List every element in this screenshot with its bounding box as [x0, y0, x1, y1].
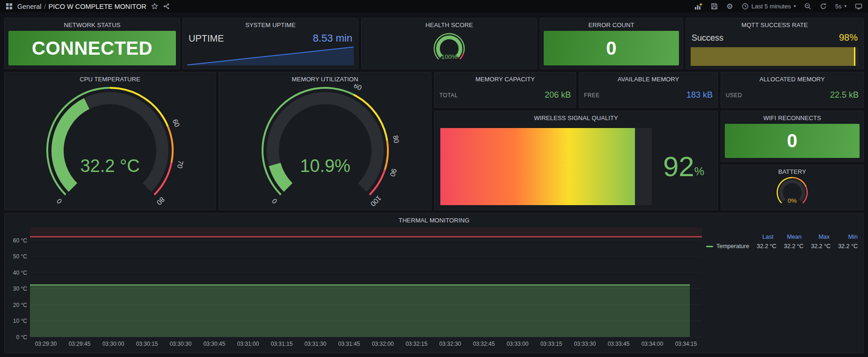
network-status-box: CONNECTED — [8, 31, 176, 65]
available-memory-value: 183 kB — [686, 90, 713, 100]
panel-title[interactable]: AVAILABLE MEMORY — [579, 72, 717, 83]
wireless-bar-fill — [440, 128, 635, 205]
panel-title[interactable]: NETWORK STATUS — [5, 18, 180, 29]
legend-value-mean: 32.2 °C — [776, 243, 803, 250]
panel-mqtt-success-rate: MQTT SUCCESS RATE Success 98% — [686, 18, 864, 69]
thermal-x-axis: 03:29:3003:29:4503:30:0003:30:1503:30:30… — [30, 341, 702, 350]
uptime-sparkline — [187, 45, 354, 66]
panel-network-status: NETWORK STATUS CONNECTED — [4, 18, 180, 69]
panel-thermal-monitoring: THERMAL MONITORING 0 °C10 °C20 °C30 °C40… — [4, 213, 864, 353]
battery-gauge: 0% — [721, 176, 863, 210]
legend-value-min: 32.2 °C — [831, 243, 858, 250]
panel-title[interactable]: MEMORY UTILIZATION — [219, 72, 431, 83]
svg-text:10.9%: 10.9% — [300, 156, 350, 176]
panel-wifi-reconnects: WIFI RECONNECTS 0 — [721, 111, 864, 162]
grafana-dashboard: General / PICO W COMPLETE MONITOR — [0, 0, 868, 357]
panel-title[interactable]: CPU TEMPERATURE — [5, 72, 215, 83]
zoom-out-icon[interactable] — [804, 3, 811, 10]
dashboard-settings-icon[interactable]: ⚙ — [726, 3, 733, 10]
panel-cpu-temperature: CPU TEMPERATURE 04060708032.2 °C — [4, 72, 216, 210]
share-icon[interactable] — [163, 3, 170, 10]
legend-series-toggle[interactable]: Temperature — [706, 243, 749, 250]
memory-utilization-gauge: 060809010010.9% — [219, 84, 431, 210]
legend-header: Last Mean Max Min — [706, 232, 858, 242]
thermal-plot — [30, 228, 702, 340]
legend-value-max: 32.2 °C — [803, 243, 831, 250]
svg-text:90: 90 — [388, 168, 398, 178]
refresh-icon[interactable] — [820, 3, 827, 10]
clock-icon — [742, 3, 749, 10]
add-panel-icon[interactable] — [694, 3, 702, 10]
svg-text:100%: 100% — [441, 53, 458, 60]
panel-wireless-signal-quality: WIRELESS SIGNAL QUALITY 92 % — [434, 111, 718, 210]
navbar: General / PICO W COMPLETE MONITOR — [0, 0, 868, 13]
dashboard-title: PICO W COMPLETE MONITOR — [49, 3, 146, 10]
legend-header-last[interactable]: Last — [745, 234, 773, 240]
gear-icon: ⚙ — [726, 3, 733, 10]
health-score-gauge: 100% — [362, 29, 537, 69]
breadcrumb-folder[interactable]: General — [17, 3, 42, 10]
legend-series-name: Temperature — [716, 243, 749, 250]
breadcrumb-separator: / — [44, 3, 46, 10]
save-dashboard-icon[interactable] — [711, 3, 718, 10]
svg-text:0: 0 — [55, 197, 63, 206]
chevron-down-icon: ▾ — [794, 4, 796, 8]
uptime-value: 8.53 min — [313, 32, 352, 44]
panel-title[interactable]: ERROR COUNT — [540, 18, 683, 29]
kiosk-mode-icon[interactable] — [855, 3, 862, 10]
panel-memory-utilization: MEMORY UTILIZATION 060809010010.9% — [219, 72, 431, 210]
legend-header-mean[interactable]: Mean — [773, 234, 802, 240]
panel-error-count: ERROR COUNT 0 — [540, 18, 683, 69]
mqtt-bar-track — [691, 47, 859, 66]
wifi-reconnects-value: 0 — [787, 130, 798, 151]
star-icon[interactable] — [151, 3, 158, 10]
svg-text:80: 80 — [155, 196, 167, 207]
panel-title[interactable]: HEALTH SCORE — [362, 18, 537, 29]
panel-system-uptime: SYSTEM UPTIME UPTIME 8.53 min — [182, 18, 358, 69]
wireless-signal-number: 92 — [663, 150, 694, 183]
panel-title[interactable]: WIRELESS SIGNAL QUALITY — [435, 111, 717, 121]
time-range-label: Last 5 minutes — [751, 3, 791, 9]
legend-header-min[interactable]: Min — [830, 234, 858, 240]
chevron-down-icon: ▾ — [844, 4, 846, 8]
panel-title[interactable]: MEMORY CAPACITY — [435, 72, 576, 83]
memory-capacity-value: 206 kB — [545, 90, 571, 100]
refresh-interval-picker[interactable]: 5s ▾ — [835, 3, 846, 9]
apps-grid-icon[interactable] — [6, 3, 13, 10]
panel-available-memory: AVAILABLE MEMORY FREE 183 kB — [579, 72, 718, 108]
svg-text:70: 70 — [176, 160, 185, 169]
wireless-signal-unit: % — [694, 165, 704, 178]
svg-text:60: 60 — [171, 118, 182, 128]
allocated-memory-value: 22.5 kB — [830, 90, 859, 100]
wireless-bar-track — [440, 128, 652, 205]
error-count-box: 0 — [544, 31, 679, 65]
legend-header-max[interactable]: Max — [802, 234, 830, 240]
panel-title[interactable]: BATTERY — [721, 165, 863, 175]
refresh-interval-label: 5s — [835, 3, 842, 9]
time-range-picker[interactable]: Last 5 minutes ▾ — [742, 3, 796, 10]
panel-title[interactable]: SYSTEM UPTIME — [183, 18, 358, 29]
panel-title[interactable]: MQTT SUCCESS RATE — [686, 18, 863, 29]
svg-text:60: 60 — [352, 84, 363, 92]
panel-battery: BATTERY 0% — [721, 164, 864, 210]
mqtt-bar-fill — [691, 47, 855, 66]
wireless-signal-value: 92 % — [652, 123, 715, 210]
legend-swatch — [706, 246, 713, 247]
breadcrumb: General / PICO W COMPLETE MONITOR — [17, 2, 146, 11]
panel-health-score: HEALTH SCORE 100% — [361, 18, 537, 69]
panel-allocated-memory: ALLOCATED MEMORY USED 22.5 kB — [721, 72, 864, 108]
panel-title[interactable]: ALLOCATED MEMORY — [721, 72, 863, 83]
mqtt-value: 98% — [839, 32, 858, 43]
mqtt-series-label: Success — [692, 33, 723, 43]
cpu-temperature-gauge: 04060708032.2 °C — [5, 84, 215, 210]
available-memory-label: FREE — [584, 92, 600, 99]
error-count-value: 0 — [606, 38, 617, 59]
thermal-y-axis: 0 °C10 °C20 °C30 °C40 °C50 °C60 °C — [8, 228, 29, 340]
mqtt-bar-cap — [854, 47, 855, 66]
legend-series-row: Temperature 32.2 °C 32.2 °C 32.2 °C 32.2… — [706, 242, 858, 251]
panel-title[interactable]: THERMAL MONITORING — [5, 214, 863, 224]
svg-text:0%: 0% — [788, 197, 797, 204]
panel-title[interactable]: WIFI RECONNECTS — [721, 111, 863, 121]
thermal-legend: Last Mean Max Min Temperature 32.2 °C 32… — [706, 232, 858, 251]
svg-text:32.2 °C: 32.2 °C — [80, 156, 139, 176]
